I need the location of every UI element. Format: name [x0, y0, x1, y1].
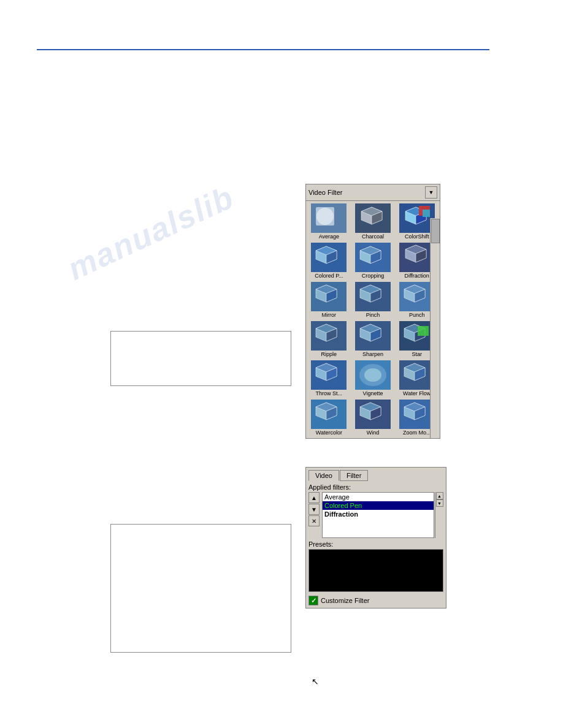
svg-rect-49 [418, 326, 429, 336]
filter-label-average: Average [319, 233, 339, 240]
filter-icon-sharpen [355, 321, 391, 351]
filter-item-mirror[interactable]: Mirror [307, 281, 351, 319]
list-scroll-up[interactable]: ▲ [436, 492, 443, 499]
filter-label-diffraction: Diffraction [404, 273, 429, 279]
cursor-pointer-icon: ↖ [312, 677, 319, 686]
filter-item-throw-stones[interactable]: Throw St... [307, 359, 351, 398]
panel-dropdown-button[interactable]: ▼ [425, 186, 437, 199]
panel-scrollbar[interactable] [430, 218, 440, 438]
filter-controls: ▲ ▼ ✕ [308, 492, 320, 538]
filter-grid: Average Charcoal ColorShift Colored P... [306, 201, 440, 438]
filter-icon-mirror [311, 282, 347, 311]
filter-icon-cropping [355, 243, 391, 272]
customize-filter-checkbox[interactable]: ✓ [308, 596, 318, 605]
filter-item-colored-pen[interactable]: Colored P... [307, 241, 351, 280]
filter-icon-throw-stones [311, 360, 347, 390]
filter-list-item-diffraction[interactable]: Diffraction [323, 510, 434, 518]
filter-icon-star [399, 321, 435, 351]
filter-label-sharpen: Sharpen [362, 351, 383, 357]
filter-icon-water-flow [399, 360, 435, 390]
filter-label-water-flow: Water Flow [403, 390, 431, 396]
svg-point-2 [316, 208, 334, 225]
filter-item-charcoal[interactable]: Charcoal [351, 202, 395, 241]
scrollbar-thumb[interactable] [431, 219, 440, 243]
filter-label-colored-pen: Colored P... [315, 273, 343, 279]
filter-label-watercolor: Watercolor [316, 430, 342, 436]
filter-label-mirror: Mirror [322, 312, 337, 318]
filter-label-ripple: Ripple [321, 351, 337, 357]
filter-icon-colored-pen [311, 243, 347, 272]
applied-filters-label: Applied filters: [308, 483, 443, 491]
filter-label-pinch: Pinch [366, 312, 380, 318]
filter-item-pinch[interactable]: Pinch [351, 281, 395, 319]
filter-label-star: Star [412, 351, 422, 357]
filter-label-colorshift: ColorShift [405, 233, 429, 240]
filter-item-wind[interactable]: Wind [351, 398, 395, 437]
tab-bar: Video Filter [308, 470, 443, 481]
bottom-panel: Video Filter Applied filters: ▲ ▼ ✕ Aver… [305, 467, 446, 609]
customize-filter-label: Customize Filter [321, 597, 369, 604]
list-scrollbar[interactable]: ▲ ▼ [435, 492, 443, 538]
filter-icon-pinch [355, 282, 391, 311]
filter-icon-watercolor [311, 400, 347, 429]
filter-label-vignette: Vignette [363, 390, 383, 396]
filter-label-throw-stones: Throw St... [316, 390, 343, 396]
filter-icon-colorshift [399, 203, 435, 233]
presets-label: Presets: [308, 540, 443, 548]
filter-item-ripple[interactable]: Ripple [307, 320, 351, 358]
filter-icon-ripple [311, 321, 347, 351]
remove-button[interactable]: ✕ [308, 515, 320, 526]
top-rule [37, 49, 489, 50]
filter-item-vignette[interactable]: Vignette [351, 359, 395, 398]
filter-list-item-average[interactable]: Average [323, 493, 434, 501]
filter-icon-wind [355, 400, 391, 429]
customize-filter-row: ✓ Customize Filter [308, 596, 443, 605]
filter-icon-diffraction [399, 243, 435, 272]
filter-icon-zoom-motion [399, 400, 435, 429]
filter-icon-average [311, 203, 347, 233]
preview-box-bottom [110, 524, 291, 653]
filter-icon-charcoal [355, 203, 391, 233]
filter-label-zoom-motion: Zoom Mo... [403, 430, 431, 436]
preview-box-top [110, 331, 291, 386]
panel-header: Video Filter ▼ [306, 184, 440, 201]
filter-item-sharpen[interactable]: Sharpen [351, 320, 395, 358]
filter-label-charcoal: Charcoal [362, 233, 384, 240]
presets-box [308, 549, 443, 592]
filter-label-wind: Wind [367, 430, 380, 436]
filter-label-punch: Punch [409, 312, 425, 318]
filter-label-cropping: Cropping [362, 273, 385, 279]
filter-icon-vignette [355, 360, 391, 390]
checkbox-check-icon: ✓ [311, 597, 316, 605]
filter-item-watercolor[interactable]: Watercolor [307, 398, 351, 437]
watermark: manualslib [62, 178, 240, 287]
filter-item-cropping[interactable]: Cropping [351, 241, 395, 280]
filter-icon-punch [399, 282, 435, 311]
filter-item-average[interactable]: Average [307, 202, 351, 241]
svg-rect-12 [423, 210, 430, 217]
filter-list-item-colored-pen[interactable]: Colored Pen [323, 501, 434, 510]
move-up-button[interactable]: ▲ [308, 492, 320, 503]
tab-video[interactable]: Video [308, 470, 339, 481]
tab-filter[interactable]: Filter [340, 470, 368, 481]
svg-point-56 [364, 368, 381, 382]
move-down-button[interactable]: ▼ [308, 504, 320, 515]
video-filter-panel: Video Filter ▼ Average Charcoal ColorShi… [305, 184, 440, 439]
applied-filters-container: ▲ ▼ ✕ Average Colored Pen Diffraction ▲ … [308, 492, 443, 538]
list-scroll-down[interactable]: ▼ [436, 499, 443, 507]
filter-list[interactable]: Average Colored Pen Diffraction [322, 492, 434, 538]
panel-title: Video Filter [308, 189, 342, 196]
